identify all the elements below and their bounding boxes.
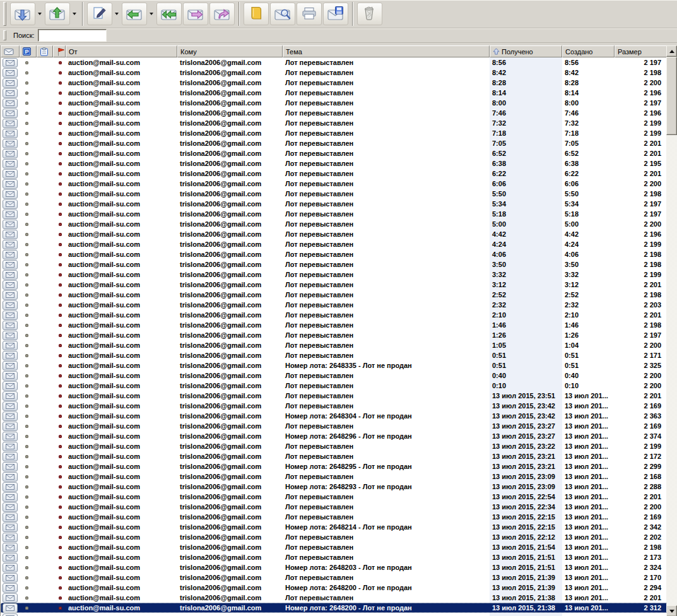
message-row[interactable]: auction@mail-su.comtrislona2006@gmail.co… xyxy=(1,522,667,532)
save-message-button[interactable] xyxy=(323,3,348,25)
send-queued-mail-button[interactable] xyxy=(45,3,70,25)
message-row[interactable]: auction@mail-su.comtrislona2006@gmail.co… xyxy=(1,370,667,381)
message-row[interactable]: auction@mail-su.comtrislona2006@gmail.co… xyxy=(1,441,667,451)
receive-mail-dropdown[interactable] xyxy=(36,3,43,25)
message-row[interactable]: auction@mail-su.comtrislona2006@gmail.co… xyxy=(1,461,667,471)
message-row[interactable]: auction@mail-su.comtrislona2006@gmail.co… xyxy=(1,381,667,391)
message-row[interactable]: auction@mail-su.comtrislona2006@gmail.co… xyxy=(1,583,667,593)
receive-mail-button[interactable] xyxy=(10,3,35,25)
message-row[interactable]: auction@mail-su.comtrislona2006@gmail.co… xyxy=(1,229,667,239)
unread-envelope-icon xyxy=(3,300,18,310)
column-header-получено[interactable]: Получено xyxy=(490,45,562,57)
message-row[interactable]: auction@mail-su.comtrislona2006@gmail.co… xyxy=(1,593,667,603)
search-messages-button[interactable] xyxy=(270,3,295,25)
delete-button[interactable] xyxy=(357,3,382,25)
message-row[interactable]: auction@mail-su.comtrislona2006@gmail.co… xyxy=(1,421,667,431)
address-book-icon xyxy=(247,6,265,23)
message-row[interactable]: auction@mail-su.comtrislona2006@gmail.co… xyxy=(1,239,667,249)
message-row[interactable]: auction@mail-su.comtrislona2006@gmail.co… xyxy=(1,532,667,542)
scroll-down-button[interactable] xyxy=(666,605,677,616)
scroll-up-button[interactable] xyxy=(666,45,677,57)
redirect-button[interactable] xyxy=(209,3,235,25)
toolbar-grip[interactable] xyxy=(3,2,6,26)
message-row[interactable]: auction@mail-su.comtrislona2006@gmail.co… xyxy=(1,189,667,199)
message-row[interactable]: auction@mail-su.comtrislona2006@gmail.co… xyxy=(1,138,667,148)
attachment-cell xyxy=(37,532,53,542)
received-cell: 7:32 xyxy=(490,118,562,128)
message-row[interactable]: auction@mail-su.comtrislona2006@gmail.co… xyxy=(1,320,667,330)
status-dot-icon xyxy=(25,324,28,327)
message-row[interactable]: auction@mail-su.comtrislona2006@gmail.co… xyxy=(1,431,667,441)
message-row[interactable]: auction@mail-su.comtrislona2006@gmail.co… xyxy=(1,471,667,482)
message-row[interactable]: auction@mail-su.comtrislona2006@gmail.co… xyxy=(1,482,667,492)
message-row[interactable]: auction@mail-su.comtrislona2006@gmail.co… xyxy=(1,300,667,310)
message-row[interactable]: auction@mail-su.comtrislona2006@gmail.co… xyxy=(1,492,667,502)
message-row[interactable]: auction@mail-su.comtrislona2006@gmail.co… xyxy=(1,148,667,158)
message-row[interactable]: auction@mail-su.comtrislona2006@gmail.co… xyxy=(1,401,667,411)
message-row[interactable]: auction@mail-su.comtrislona2006@gmail.co… xyxy=(1,340,667,350)
message-row[interactable]: auction@mail-su.comtrislona2006@gmail.co… xyxy=(1,118,667,128)
new-message-dropdown[interactable] xyxy=(113,3,120,25)
flag-dot-icon xyxy=(59,233,62,236)
message-row[interactable]: auction@mail-su.comtrislona2006@gmail.co… xyxy=(1,199,667,209)
message-row[interactable]: auction@mail-su.comtrislona2006@gmail.co… xyxy=(1,502,667,512)
message-row[interactable]: auction@mail-su.comtrislona2006@gmail.co… xyxy=(1,572,667,583)
message-row-selected[interactable]: auction@mail-su.comtrislona2006@gmail.co… xyxy=(1,603,667,613)
search-input[interactable] xyxy=(38,29,107,42)
reply-all-button[interactable] xyxy=(156,3,182,25)
message-row[interactable]: auction@mail-su.comtrislona2006@gmail.co… xyxy=(1,360,667,370)
forward-button[interactable] xyxy=(183,3,208,25)
message-row[interactable]: auction@mail-su.comtrislona2006@gmail.co… xyxy=(1,209,667,219)
message-row[interactable]: auction@mail-su.comtrislona2006@gmail.co… xyxy=(1,98,667,108)
message-row[interactable]: auction@mail-su.comtrislona2006@gmail.co… xyxy=(1,330,667,340)
message-row[interactable]: auction@mail-su.comtrislona2006@gmail.co… xyxy=(1,108,667,118)
message-row[interactable]: auction@mail-su.comtrislona2006@gmail.co… xyxy=(1,270,667,280)
message-row[interactable]: auction@mail-su.comtrislona2006@gmail.co… xyxy=(1,512,667,522)
message-row[interactable]: auction@mail-su.comtrislona2006@gmail.co… xyxy=(1,249,667,259)
message-row[interactable]: auction@mail-su.comtrislona2006@gmail.co… xyxy=(1,411,667,421)
message-row[interactable]: auction@mail-su.comtrislona2006@gmail.co… xyxy=(1,280,667,290)
scrollbar-track[interactable] xyxy=(666,57,677,605)
message-row[interactable]: auction@mail-su.comtrislona2006@gmail.co… xyxy=(1,552,667,562)
status-dot-icon xyxy=(25,495,28,499)
message-row[interactable]: auction@mail-su.comtrislona2006@gmail.co… xyxy=(1,158,667,169)
message-row[interactable]: auction@mail-su.comtrislona2006@gmail.co… xyxy=(1,128,667,138)
parked-cell xyxy=(20,330,37,340)
column-header-attachment-icon[interactable] xyxy=(37,45,53,57)
message-row[interactable]: auction@mail-su.comtrislona2006@gmail.co… xyxy=(1,259,667,270)
message-row[interactable] xyxy=(1,613,667,616)
column-header-тема[interactable]: Тема xyxy=(283,45,490,57)
from-cell: auction@mail-su.com xyxy=(66,381,177,391)
message-row[interactable]: auction@mail-su.comtrislona2006@gmail.co… xyxy=(1,88,667,98)
message-row[interactable]: auction@mail-su.comtrislona2006@gmail.co… xyxy=(1,451,667,461)
search-toolbar-grip[interactable] xyxy=(3,30,6,40)
new-message-button[interactable] xyxy=(87,3,112,25)
message-row[interactable]: auction@mail-su.comtrislona2006@gmail.co… xyxy=(1,57,667,68)
message-row[interactable]: auction@mail-su.comtrislona2006@gmail.co… xyxy=(1,391,667,401)
address-book-button[interactable] xyxy=(244,3,269,25)
column-header-кому[interactable]: Кому xyxy=(177,45,283,57)
message-row[interactable]: auction@mail-su.comtrislona2006@gmail.co… xyxy=(1,78,667,88)
reply-dropdown[interactable] xyxy=(148,3,155,25)
column-header-создано[interactable]: Создано xyxy=(562,45,615,57)
message-row[interactable]: auction@mail-su.comtrislona2006@gmail.co… xyxy=(1,290,667,300)
column-header-parked-icon[interactable]: P xyxy=(20,45,37,57)
message-row[interactable]: auction@mail-su.comtrislona2006@gmail.co… xyxy=(1,562,667,572)
column-header-от[interactable]: От xyxy=(66,45,177,57)
message-row[interactable]: auction@mail-su.comtrislona2006@gmail.co… xyxy=(1,169,667,179)
reply-button[interactable] xyxy=(122,3,147,25)
message-row[interactable]: auction@mail-su.comtrislona2006@gmail.co… xyxy=(1,219,667,229)
message-row[interactable]: auction@mail-su.comtrislona2006@gmail.co… xyxy=(1,310,667,320)
size-cell: 2 199 xyxy=(615,118,667,128)
message-row[interactable]: auction@mail-su.comtrislona2006@gmail.co… xyxy=(1,179,667,189)
column-header-размер[interactable]: Размер xyxy=(615,45,667,57)
message-row[interactable]: auction@mail-su.comtrislona2006@gmail.co… xyxy=(1,68,667,78)
scrollbar-thumb[interactable] xyxy=(666,57,677,135)
message-row[interactable]: auction@mail-su.comtrislona2006@gmail.co… xyxy=(1,350,667,360)
print-button[interactable] xyxy=(297,3,322,25)
column-header-status-envelope-icon[interactable] xyxy=(1,45,20,57)
flag-dot-icon xyxy=(59,162,62,165)
column-header-flag-icon[interactable] xyxy=(53,45,66,57)
send-queued-mail-dropdown[interactable] xyxy=(71,3,78,25)
message-row[interactable]: auction@mail-su.comtrislona2006@gmail.co… xyxy=(1,542,667,552)
